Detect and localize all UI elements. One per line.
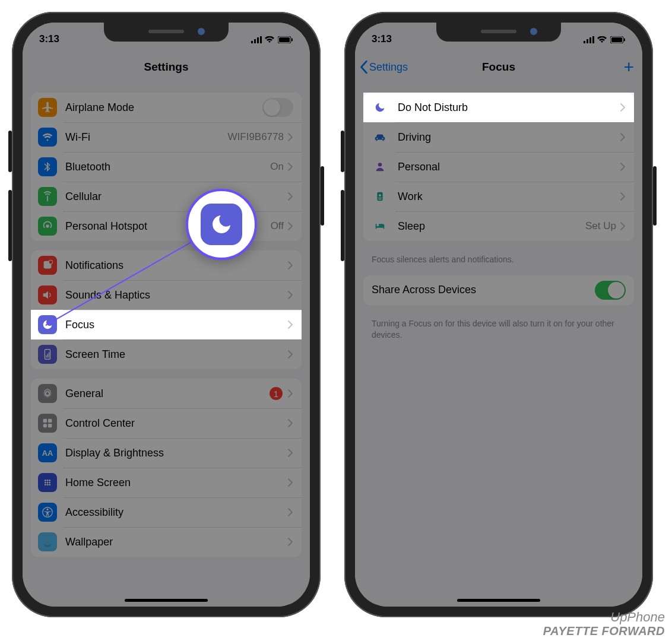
screen-left: 3:13 Settings Airplane Mode Wi-FiWIFI9B6…	[23, 23, 310, 607]
settings-row-hotspot[interactable]: Personal HotspotOff	[31, 211, 302, 241]
chevron-right-icon	[287, 320, 293, 329]
screentime-icon	[38, 345, 57, 364]
svg-rect-0	[251, 41, 253, 43]
row-detail: Off	[271, 220, 284, 232]
svg-rect-13	[47, 354, 48, 357]
status-indicators	[584, 33, 626, 45]
settings-row-bluetooth[interactable]: BluetoothOn	[31, 152, 302, 182]
row-label: Wallpaper	[65, 536, 287, 548]
row-detail: Set Up	[585, 220, 616, 232]
svg-point-26	[47, 482, 49, 484]
home-indicator[interactable]	[457, 599, 540, 602]
navbar-settings: Settings	[23, 51, 310, 83]
toggle-airplane[interactable]	[262, 98, 293, 117]
focus-mode-driving[interactable]: Driving	[363, 122, 634, 152]
status-time: 3:13	[372, 33, 392, 45]
navbar-focus: Settings Focus +	[355, 51, 642, 83]
settings-row-wifi[interactable]: Wi-FiWIFI9B6778	[31, 122, 302, 152]
settings-row-display[interactable]: AA Display & Brightness	[31, 438, 302, 468]
svg-point-48	[377, 224, 379, 226]
svg-point-22	[45, 480, 46, 481]
svg-point-28	[45, 484, 46, 485]
phone-left: 3:13 Settings Airplane Mode Wi-FiWIFI9B6…	[12, 12, 321, 617]
svg-rect-39	[611, 37, 622, 42]
status-indicators	[251, 33, 293, 45]
row-label: Screen Time	[65, 348, 287, 361]
svg-point-32	[46, 509, 48, 510]
watermark-line1: UpPhone	[543, 610, 665, 624]
svg-rect-6	[291, 38, 293, 41]
settings-row-focus[interactable]: Focus	[31, 310, 302, 339]
focus-mode-do-not-disturb[interactable]: Do Not Disturb	[363, 93, 634, 122]
row-label: Cellular	[65, 191, 287, 203]
share-across-devices-row[interactable]: Share Across Devices	[363, 275, 634, 305]
settings-row-accessibility[interactable]: Accessibility	[31, 497, 302, 527]
focus-list[interactable]: Do Not Disturb Driving Personal Work Sle…	[355, 83, 642, 607]
chevron-right-icon	[287, 221, 293, 231]
settings-row-wallpaper[interactable]: Wallpaper	[31, 527, 302, 557]
svg-rect-40	[624, 38, 625, 41]
add-focus-button[interactable]: +	[623, 58, 634, 76]
wallpaper-icon	[38, 532, 57, 551]
settings-row-cellular[interactable]: Cellular	[31, 182, 302, 211]
page-title: Settings	[144, 61, 189, 74]
badge-icon	[370, 187, 389, 206]
focus-mode-personal[interactable]: Personal	[363, 152, 634, 182]
chevron-right-icon	[287, 162, 293, 172]
chevron-right-icon	[620, 221, 626, 231]
svg-point-24	[49, 480, 50, 481]
settings-row-sounds[interactable]: Sounds & Haptics	[31, 280, 302, 310]
svg-rect-5	[279, 37, 290, 42]
watermark: UpPhone PAYETTE FORWARD	[543, 610, 665, 637]
bed-icon	[370, 217, 389, 236]
chevron-right-icon	[287, 261, 293, 270]
chevron-right-icon	[287, 537, 293, 547]
focus-mode-sleep[interactable]: SleepSet Up	[363, 211, 634, 241]
notch	[436, 23, 561, 42]
svg-rect-46	[378, 198, 382, 198]
settings-row-screentime[interactable]: Screen Time	[31, 339, 302, 369]
chevron-right-icon	[287, 290, 293, 300]
chevron-right-icon	[620, 103, 626, 112]
back-label: Settings	[369, 61, 408, 74]
chevron-right-icon	[287, 448, 293, 458]
svg-point-27	[49, 482, 50, 484]
svg-rect-3	[260, 36, 262, 43]
svg-rect-19	[48, 424, 52, 427]
settings-row-controlcenter[interactable]: Control Center	[31, 408, 302, 438]
chevron-right-icon	[287, 192, 293, 201]
svg-point-25	[45, 482, 46, 484]
settings-list[interactable]: Airplane Mode Wi-FiWIFI9B6778 BluetoothO…	[23, 83, 310, 607]
settings-row-general[interactable]: General1	[31, 379, 302, 408]
general-icon	[38, 384, 57, 403]
svg-point-43	[378, 163, 382, 166]
svg-point-7	[46, 224, 49, 228]
row-label: Driving	[398, 131, 620, 144]
settings-row-homescreen[interactable]: Home Screen	[31, 468, 302, 497]
row-label: Control Center	[65, 417, 287, 430]
focus-callout	[186, 189, 257, 260]
person-icon	[370, 157, 389, 176]
svg-rect-34	[584, 41, 585, 43]
svg-point-33	[43, 538, 52, 547]
settings-row-airplane[interactable]: Airplane Mode	[31, 93, 302, 122]
chevron-right-icon	[287, 132, 293, 142]
notch	[104, 23, 229, 42]
watermark-line2: PAYETTE FORWARD	[543, 624, 665, 637]
row-detail: WIFI9B6778	[228, 131, 284, 143]
airplane-icon	[38, 98, 57, 117]
moon-icon	[370, 98, 389, 117]
share-toggle[interactable]	[595, 281, 626, 300]
svg-rect-17	[48, 419, 52, 423]
focus-mode-work[interactable]: Work	[363, 182, 634, 211]
battery-icon	[278, 36, 293, 43]
chevron-right-icon	[287, 350, 293, 359]
homescreen-icon	[38, 473, 57, 492]
row-label: General	[65, 388, 270, 400]
notifications-icon	[38, 256, 57, 275]
back-button[interactable]: Settings	[360, 61, 408, 74]
home-indicator[interactable]	[125, 599, 208, 602]
display-icon: AA	[38, 443, 57, 462]
svg-rect-36	[589, 37, 591, 43]
row-label: Work	[398, 191, 620, 203]
